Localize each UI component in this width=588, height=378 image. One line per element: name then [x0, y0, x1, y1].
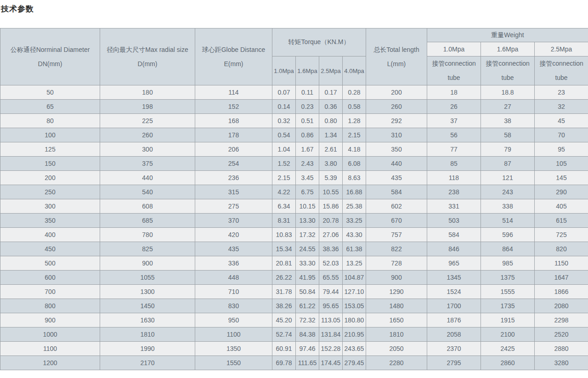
table-cell: 153.05 — [343, 299, 366, 313]
table-cell: 0.54 — [272, 128, 296, 142]
table-cell: 757 — [366, 228, 427, 242]
table-cell: 210.95 — [343, 327, 366, 342]
table-cell: 43.30 — [343, 228, 366, 242]
col-header-nominal-diameter: 公称通径Norminal Diameter DN(mm) — [0, 28, 100, 85]
table-cell: 61.38 — [343, 242, 366, 256]
table-cell: 1810 — [366, 327, 427, 342]
table-cell: 0.51 — [296, 114, 319, 128]
table-cell: 1810 — [100, 327, 195, 342]
table-cell: 26 — [427, 100, 481, 114]
table-cell: 350 — [0, 214, 100, 228]
table-row: 800145083038.2661.2295.65153.05148017001… — [0, 299, 588, 313]
table-cell: 65.55 — [319, 271, 343, 285]
table-row: 1503752541.522.433.806.084408587105 — [0, 157, 588, 171]
col-header-torque-4.0mpa: 4.0Mpa — [343, 56, 366, 85]
table-cell: 18 — [427, 85, 481, 100]
table-cell: 180.80 — [343, 313, 366, 327]
table-cell: 150 — [0, 157, 100, 171]
table-cell: 2520 — [535, 327, 588, 342]
table-row: 2505403154.226.7510.5516.88584238243290 — [0, 185, 588, 199]
table-cell: 0.32 — [272, 114, 296, 128]
table-cell: 243.65 — [343, 342, 366, 356]
table-row: 600105544826.2241.9565.55104.87900134513… — [0, 271, 588, 285]
col-header-globe-distance-line2: E(mm) — [195, 57, 272, 71]
table-cell: 56 — [427, 128, 481, 142]
table-cell: 3280 — [535, 356, 588, 370]
table-cell: 596 — [481, 228, 535, 242]
table-cell: 2080 — [535, 299, 588, 313]
table-cell: 20.81 — [272, 256, 296, 271]
table-cell: 310 — [366, 128, 427, 142]
table-cell: 80 — [0, 114, 100, 128]
table-cell: 13.30 — [296, 214, 319, 228]
table-cell: 900 — [100, 256, 195, 271]
table-cell: 1345 — [427, 271, 481, 285]
table-cell: 79 — [481, 142, 535, 157]
col-header-torque-1.0mpa: 1.0Mpa — [272, 56, 296, 85]
table-cell: 2.43 — [296, 157, 319, 171]
table-cell: 710 — [195, 285, 272, 299]
table-cell: 0.36 — [319, 100, 343, 114]
table-cell: 725 — [535, 228, 588, 242]
table-cell: 58 — [481, 128, 535, 142]
table-cell: 6.08 — [343, 157, 366, 171]
table-cell: 3.45 — [296, 171, 319, 185]
table-cell: 503 — [427, 214, 481, 228]
table-cell: 4.18 — [343, 142, 366, 157]
table-cell: 1647 — [535, 271, 588, 285]
table-row: 3506853708.3113.3020.7833.25670503514615 — [0, 214, 588, 228]
table-cell: 23 — [535, 85, 588, 100]
table-cell: 24.55 — [296, 242, 319, 256]
table-cell: 670 — [366, 214, 427, 228]
table-cell: 950 — [195, 313, 272, 327]
table-cell: 1990 — [100, 342, 195, 356]
table-cell: 111.65 — [296, 356, 319, 370]
table-cell: 1300 — [100, 285, 195, 299]
table-cell: 0.23 — [296, 100, 319, 114]
table-cell: 8.63 — [343, 171, 366, 185]
table-cell: 254 — [195, 157, 272, 171]
table-cell: 1055 — [100, 271, 195, 285]
table-cell: 420 — [195, 228, 272, 242]
table-cell: 375 — [100, 157, 195, 171]
table-cell: 206 — [195, 142, 272, 157]
table-cell: 16.88 — [343, 185, 366, 199]
table-cell: 864 — [481, 242, 535, 256]
table-row: 1002601780.540.861.342.15310565870 — [0, 128, 588, 142]
table-cell: 238 — [427, 185, 481, 199]
table-cell: 61.22 — [296, 299, 319, 313]
table-cell: 131.84 — [319, 327, 343, 342]
table-cell: 113.05 — [319, 313, 343, 327]
col-header-max-radial-size-line2: D(mm) — [100, 57, 195, 71]
table-row: 11001990135060.9197.46152.28243.65205023… — [0, 342, 588, 356]
table-cell: 2050 — [366, 342, 427, 356]
table-cell: 38 — [481, 114, 535, 128]
table-cell: 275 — [195, 199, 272, 214]
table-cell: 200 — [0, 171, 100, 185]
table-cell: 31.78 — [272, 285, 296, 299]
table-cell: 900 — [366, 271, 427, 285]
table-cell: 440 — [366, 157, 427, 171]
table-cell: 1450 — [100, 299, 195, 313]
table-cell: 2298 — [535, 313, 588, 327]
table-cell: 2280 — [366, 356, 427, 370]
table-cell: 400 — [0, 228, 100, 242]
table-cell: 26.22 — [272, 271, 296, 285]
table-cell: 5.39 — [319, 171, 343, 185]
table-cell: 3.80 — [319, 157, 343, 171]
table-cell: 105 — [535, 157, 588, 171]
table-cell: 350 — [366, 142, 427, 157]
table-cell: 60.91 — [272, 342, 296, 356]
table-cell: 965 — [427, 256, 481, 271]
table-row: 10001810110052.7484.38131.84210.95181020… — [0, 327, 588, 342]
table-cell: 174.45 — [319, 356, 343, 370]
table-cell: 1650 — [366, 313, 427, 327]
table-cell: 1290 — [366, 285, 427, 299]
table-cell: 38.26 — [272, 299, 296, 313]
table-cell: 2795 — [427, 356, 481, 370]
table-cell: 2.61 — [319, 142, 343, 157]
table-cell: 84.38 — [296, 327, 319, 342]
table-cell: 1866 — [535, 285, 588, 299]
table-cell: 0.14 — [272, 100, 296, 114]
table-cell: 315 — [195, 185, 272, 199]
